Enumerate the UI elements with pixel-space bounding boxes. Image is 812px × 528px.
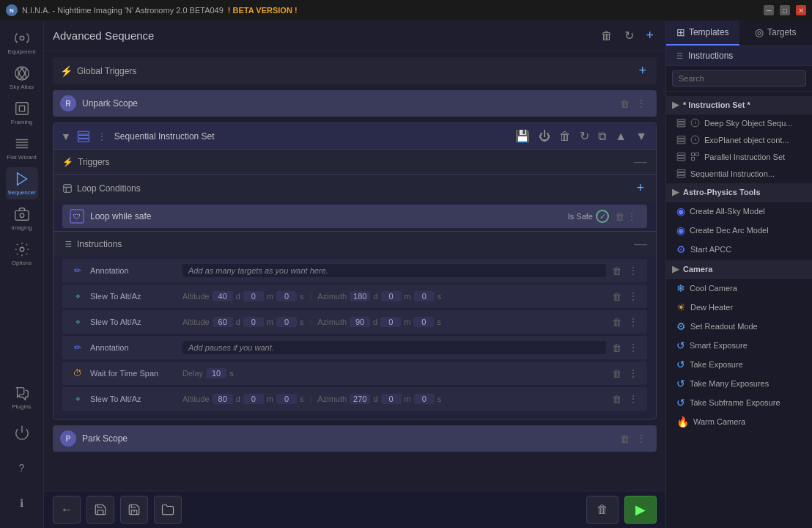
sidebar-item-options[interactable]: Options xyxy=(6,238,38,270)
unpark-scope-menu[interactable]: ⋮ xyxy=(634,96,649,111)
tab-templates[interactable]: ⊞ Templates xyxy=(666,21,739,45)
slew-3-delete[interactable]: 🗑 xyxy=(612,394,621,405)
collapse-seq-set-button[interactable]: ▼ xyxy=(59,129,73,144)
instructions-sub-tab[interactable]: Instructions xyxy=(666,46,812,66)
right-item-start-apcc[interactable]: ⚙ Start APCC xyxy=(666,240,812,259)
unpark-scope-delete[interactable]: 🗑 xyxy=(620,98,630,109)
svg-rect-23 xyxy=(677,155,685,158)
sidebar-item-imaging[interactable]: Imaging xyxy=(6,202,38,235)
right-item-sequential[interactable]: Sequential Instruction... xyxy=(666,165,812,182)
slew-1-alt-s[interactable]: 0 xyxy=(276,291,297,301)
annotation-2-menu[interactable]: ⋮ xyxy=(626,340,641,355)
parallel-icon xyxy=(676,152,686,161)
wait-delay-value[interactable]: 10 xyxy=(206,368,226,378)
slew-1-delete[interactable]: 🗑 xyxy=(612,291,621,302)
delete-sequence-button[interactable]: 🗑 xyxy=(598,28,616,44)
tab-targets[interactable]: ◎ Targets xyxy=(739,21,813,45)
copy-seq-set-button[interactable]: ⧉ xyxy=(595,128,609,144)
slew-2-delete[interactable]: 🗑 xyxy=(612,317,621,328)
folder-button[interactable] xyxy=(154,496,182,524)
annotation-1-text[interactable]: Add as many targets as you want here. xyxy=(182,264,606,277)
annotation-2-text[interactable]: Add pauses if you want. xyxy=(182,341,606,354)
slew-3-alt-d[interactable]: 80 xyxy=(213,394,233,404)
park-scope-delete[interactable]: 🗑 xyxy=(620,433,630,444)
sidebar-item-flatwizard[interactable]: Flat Wizard xyxy=(6,132,38,164)
camera-section-header: ▶ Camera xyxy=(666,260,812,279)
annotation-1-delete[interactable]: 🗑 xyxy=(612,265,621,276)
maximize-button[interactable]: □ xyxy=(780,5,790,15)
slew-3-alt-m[interactable]: 0 xyxy=(243,394,264,404)
save-seq-set-button[interactable]: 💾 xyxy=(512,128,533,144)
sidebar-item-equipment[interactable]: Equipment xyxy=(6,26,38,59)
right-item-exoplanet[interactable]: ExoPlanet object cont... xyxy=(666,131,812,148)
right-item-take-exposure[interactable]: ↺ Take Exposure xyxy=(666,355,812,374)
sidebar-item-framing[interactable]: Framing xyxy=(6,97,38,129)
annotation-1-menu[interactable]: ⋮ xyxy=(626,263,641,278)
slew-3-az-s[interactable]: 0 xyxy=(414,394,435,404)
right-item-take-subframe[interactable]: ↺ Take Subframe Exposure xyxy=(666,393,812,412)
add-global-trigger-button[interactable]: + xyxy=(635,62,649,80)
loop-while-safe-delete[interactable]: 🗑 xyxy=(615,211,624,222)
slew-3-alt-s[interactable]: 0 xyxy=(276,394,297,404)
wait-delete[interactable]: 🗑 xyxy=(612,368,621,379)
repeat-seq-set-button[interactable]: ↻ xyxy=(577,128,592,144)
slew-1-az-d[interactable]: 180 xyxy=(350,291,370,301)
delete-bottom-button[interactable]: 🗑 xyxy=(586,496,619,524)
annotation-2-delete[interactable]: 🗑 xyxy=(612,342,621,353)
add-loop-condition-button[interactable]: + xyxy=(633,179,647,197)
right-item-parallel[interactable]: Parallel Instruction Set xyxy=(666,148,812,165)
right-item-smart-exposure[interactable]: ↺ Smart Exposure xyxy=(666,336,812,355)
right-item-parallel-label: Parallel Instruction Set xyxy=(704,153,785,161)
right-item-deep-sky[interactable]: Deep Sky Object Sequ... xyxy=(666,114,812,131)
right-item-dew-heater[interactable]: ☀ Dew Heater xyxy=(666,298,812,317)
save-button-2[interactable] xyxy=(120,496,148,524)
search-input[interactable] xyxy=(672,70,806,87)
loop-while-safe-menu[interactable]: ⋮ xyxy=(624,209,640,224)
power-seq-set-button[interactable]: ⏻ xyxy=(536,128,553,144)
refresh-sequence-button[interactable]: ↻ xyxy=(621,27,637,44)
right-item-take-many-label: Take Many Exposures xyxy=(690,379,769,388)
right-item-all-sky[interactable]: ◉ Create All-Sky Model xyxy=(666,202,812,221)
minimize-button[interactable]: ─ xyxy=(764,5,774,15)
slew-3-menu[interactable]: ⋮ xyxy=(626,392,641,406)
wait-menu[interactable]: ⋮ xyxy=(626,366,641,381)
delete-seq-set-button[interactable]: 🗑 xyxy=(556,128,574,144)
dec-arc-icon: ◉ xyxy=(676,224,685,236)
slew-2-az-d[interactable]: 90 xyxy=(350,317,370,327)
right-item-cool-camera[interactable]: ❄ Cool Camera xyxy=(666,279,812,298)
add-sequence-button[interactable]: + xyxy=(643,26,657,45)
slew-1-az-m[interactable]: 0 xyxy=(381,291,402,301)
move-down-seq-set-button[interactable]: ▼ xyxy=(632,128,650,144)
slew-3-az-d[interactable]: 270 xyxy=(350,394,370,404)
sidebar-item-plugins[interactable]: Plugins xyxy=(6,381,38,414)
right-item-set-readout[interactable]: ⚙ Set Readout Mode xyxy=(666,317,812,336)
sidebar-item-skyatlas[interactable]: Sky Atlas xyxy=(6,62,38,94)
slew-2-alt-s[interactable]: 0 xyxy=(276,317,297,327)
back-button[interactable]: ← xyxy=(53,496,81,524)
sidebar-item-info[interactable]: ℹ xyxy=(6,487,38,519)
right-item-dec-arc[interactable]: ◉ Create Dec Arc Model xyxy=(666,221,812,240)
slew-2-alt-m[interactable]: 0 xyxy=(243,317,264,327)
slew-2-menu[interactable]: ⋮ xyxy=(626,315,641,329)
park-scope-menu[interactable]: ⋮ xyxy=(634,431,649,446)
save-button-1[interactable] xyxy=(86,496,114,524)
right-item-warm-camera[interactable]: 🔥 Warm Camera xyxy=(666,412,812,431)
slew-2-alt-d[interactable]: 60 xyxy=(213,317,233,327)
seq-set-options-menu[interactable]: ⋮ xyxy=(95,129,110,144)
sidebar-item-power[interactable] xyxy=(6,417,38,449)
right-item-dec-arc-label: Create Dec Arc Model xyxy=(690,226,769,235)
sidebar-item-sequencer[interactable]: Sequencer xyxy=(6,167,38,199)
slew-1-alt-d[interactable]: 40 xyxy=(213,291,233,301)
slew-2-az-m[interactable]: 0 xyxy=(380,317,401,327)
slew-1-menu[interactable]: ⋮ xyxy=(626,289,641,304)
slew-1-az-s[interactable]: 0 xyxy=(414,291,435,301)
loop-conditions-text: Loop Conditions xyxy=(77,183,141,194)
right-item-take-many[interactable]: ↺ Take Many Exposures xyxy=(666,374,812,393)
close-button[interactable]: ✕ xyxy=(796,5,806,15)
move-up-seq-set-button[interactable]: ▲ xyxy=(612,128,630,144)
sidebar-item-help[interactable]: ? xyxy=(6,452,38,484)
slew-3-az-m[interactable]: 0 xyxy=(381,394,402,404)
slew-1-alt-m[interactable]: 0 xyxy=(243,291,264,301)
play-button[interactable]: ▶ xyxy=(624,496,657,524)
slew-2-az-s[interactable]: 0 xyxy=(413,317,434,327)
